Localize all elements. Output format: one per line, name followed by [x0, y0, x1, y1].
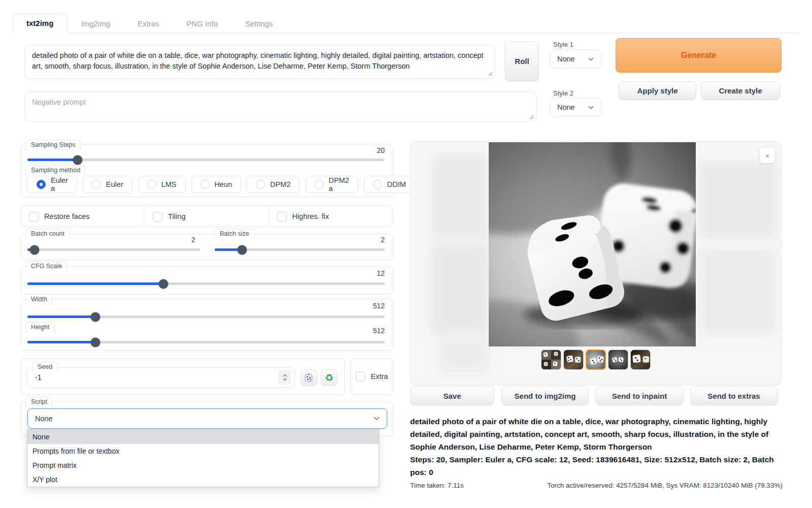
sampling-steps-value: 20: [377, 146, 385, 154]
blurred-thumbnail: [432, 243, 489, 335]
blurred-thumbnail: [700, 248, 776, 335]
seed-label: Seed: [32, 362, 57, 372]
batch-count-value: 2: [191, 236, 195, 244]
blurred-thumbnail: [432, 154, 489, 240]
sampling-steps-label: Sampling Steps: [26, 140, 81, 150]
chevron-down-icon: [588, 57, 594, 61]
sampling-steps-slider[interactable]: [27, 158, 385, 161]
tab-txt2img[interactable]: txt2img: [12, 13, 67, 33]
create-style-button[interactable]: Create style: [701, 81, 780, 100]
radio-ddim[interactable]: DDIM: [364, 176, 415, 193]
cfg-scale-slider[interactable]: [27, 282, 385, 285]
result-gallery: ×: [410, 141, 782, 385]
close-gallery-button[interactable]: ×: [760, 148, 775, 163]
tab-png-info[interactable]: PNG Info: [173, 14, 232, 33]
radio-dot: [315, 180, 324, 189]
slider-thumb[interactable]: [73, 155, 82, 165]
seed-panel: Seed ♻: [20, 358, 345, 395]
script-dropdown-menu: None Prompts from file or textbox Prompt…: [27, 429, 379, 487]
dice-icon: [304, 373, 314, 383]
highres-fix-toggle[interactable]: Highres. fix: [269, 206, 393, 227]
generate-button[interactable]: Generate: [616, 38, 782, 73]
radio-dot: [200, 180, 210, 189]
batch-panel: Batch count 2 Batch size 2: [20, 234, 393, 260]
checkbox[interactable]: [277, 212, 287, 221]
slider-thumb[interactable]: [90, 312, 100, 322]
reuse-seed-button[interactable]: ♻: [321, 369, 337, 386]
thumbnail-2[interactable]: [563, 350, 584, 370]
blurred-thumbnail: [700, 162, 776, 238]
cfg-panel: CFG Scale 12: [20, 266, 393, 295]
batch-size-value: 2: [381, 236, 385, 244]
radio-label: Euler a: [51, 176, 68, 193]
batch-count-slider[interactable]: [27, 248, 200, 251]
chevron-down-icon: [283, 378, 287, 381]
batch-size-slider[interactable]: [215, 248, 385, 251]
style1-select[interactable]: None: [550, 49, 601, 69]
prompt-input[interactable]: detailed photo of a pair of white die on…: [24, 45, 495, 79]
thumbnail-3-selected[interactable]: [586, 350, 606, 370]
random-seed-button[interactable]: [300, 369, 317, 386]
close-icon: ×: [765, 151, 770, 160]
blurred-thumbnail: [438, 337, 489, 373]
slider-thumb[interactable]: [29, 245, 39, 255]
radio-dpm2-a[interactable]: DPM2 a: [306, 176, 358, 193]
tab-extras[interactable]: Extras: [124, 14, 173, 33]
checkbox-label: Highres. fix: [292, 212, 329, 220]
negative-prompt-input[interactable]: [24, 91, 536, 122]
extra-seed-panel[interactable]: Extra: [350, 358, 393, 395]
chevron-down-icon: [588, 106, 594, 109]
chevron-up-icon: [283, 374, 287, 377]
cfg-scale-value: 12: [377, 269, 385, 277]
slider-thumb[interactable]: [90, 337, 100, 347]
cfg-scale-label: CFG Scale: [26, 261, 67, 272]
style2-select[interactable]: None: [550, 98, 601, 117]
radio-dot: [37, 180, 46, 189]
script-select[interactable]: None: [27, 408, 387, 429]
script-option-none[interactable]: None: [27, 430, 379, 444]
time-taken-text: Time taken: 7.11s: [410, 482, 464, 489]
slider-thumb[interactable]: [158, 279, 168, 289]
thumbnail-5[interactable]: [630, 350, 651, 370]
apply-style-button[interactable]: Apply style: [619, 81, 696, 100]
thumbnail-1[interactable]: [541, 350, 561, 370]
extra-toggle[interactable]: Extra: [356, 372, 388, 382]
script-option-prompts-from-file[interactable]: Prompts from file or textbox: [27, 444, 379, 458]
checkbox-label: Tiling: [168, 212, 185, 220]
radio-lms[interactable]: LMS: [138, 176, 186, 193]
style2-value: None: [557, 103, 575, 111]
roll-button[interactable]: Roll: [505, 41, 539, 81]
script-option-xy-plot[interactable]: X/Y plot: [27, 472, 379, 487]
script-option-prompt-matrix[interactable]: Prompt matrix: [27, 458, 379, 472]
height-label: Height: [26, 322, 54, 333]
save-button[interactable]: Save: [410, 386, 494, 405]
radio-heun[interactable]: Heun: [191, 176, 242, 193]
seed-input[interactable]: [27, 367, 295, 388]
generated-image[interactable]: [489, 142, 696, 346]
tiling-toggle[interactable]: Tiling: [145, 206, 268, 227]
radio-euler-a[interactable]: Euler a: [27, 176, 77, 193]
thumbnail-4[interactable]: [608, 350, 628, 370]
restore-faces-toggle[interactable]: Restore faces: [21, 206, 145, 227]
tab-img2img[interactable]: img2img: [67, 14, 124, 33]
tab-settings[interactable]: Settings: [231, 14, 286, 33]
radio-label: Euler: [106, 180, 123, 188]
seed-stepper[interactable]: [278, 370, 291, 385]
style2-label: Style 2: [553, 89, 573, 97]
checkbox[interactable]: [356, 372, 365, 382]
checkbox[interactable]: [29, 212, 39, 221]
checkbox[interactable]: [153, 212, 162, 221]
send-to-extras-button[interactable]: Send to extras: [690, 386, 777, 405]
send-to-img2img-button[interactable]: Send to img2img: [501, 386, 589, 405]
width-label: Width: [26, 294, 52, 305]
slider-thumb[interactable]: [237, 245, 247, 255]
radio-euler[interactable]: Euler: [83, 176, 132, 193]
prompt-box: detailed photo of a pair of white die on…: [24, 45, 495, 79]
height-slider[interactable]: [27, 341, 385, 343]
output-prompt-text: detailed photo of a pair of white die on…: [410, 415, 783, 453]
send-to-inpaint-button[interactable]: Send to inpaint: [596, 386, 683, 405]
radio-dot: [147, 180, 156, 189]
seed-field: Seed: [27, 367, 295, 388]
radio-dpm2[interactable]: DPM2: [247, 176, 299, 193]
width-slider[interactable]: [27, 315, 385, 318]
